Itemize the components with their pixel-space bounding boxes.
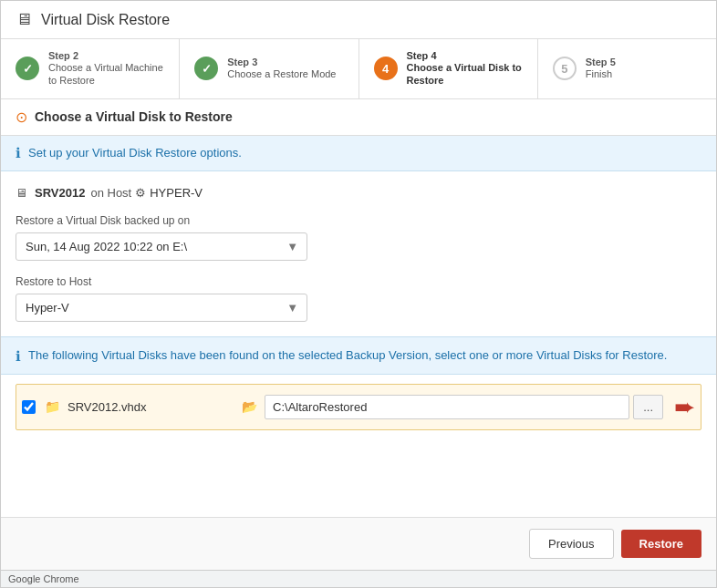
host-select-wrapper[interactable]: Hyper-V ▼ xyxy=(16,294,307,322)
step-4-label: Choose a Virtual Disk to Restore xyxy=(407,61,523,88)
disk-info-text: The following Virtual Disks have been fo… xyxy=(28,346,667,365)
restore-backup-label: Restore a Virtual Disk backed up on xyxy=(16,214,701,227)
disk-file-name: SRV2012.vhdx xyxy=(68,400,242,414)
disk-icon: 🖥 xyxy=(16,10,32,29)
step-5-icon: 5 xyxy=(553,57,577,80)
restore-button[interactable]: Restore xyxy=(621,530,701,558)
step-5-number: Step 5 xyxy=(586,57,616,67)
step-4-number: Step 4 xyxy=(407,50,523,61)
restore-backup-group: Restore a Virtual Disk backed up on Sun,… xyxy=(16,214,701,261)
content-area: 🖥 SRV2012 on Host ⚙ HYPER-V Restore a Vi… xyxy=(1,171,716,517)
steps-bar: Step 2 Choose a Virtual Machine to Resto… xyxy=(1,39,716,99)
step-3-label: Choose a Restore Mode xyxy=(227,67,336,80)
arrow-indicator: ➨ xyxy=(674,392,695,422)
previous-button[interactable]: Previous xyxy=(529,529,614,559)
step-3: Step 3 Choose a Restore Mode xyxy=(180,39,358,98)
step-3-number: Step 3 xyxy=(227,57,336,67)
step-5: 5 Step 5 Finish xyxy=(538,39,716,98)
section-icon: ⊙ xyxy=(16,108,27,126)
disk-row: 📁 SRV2012.vhdx 📂 ... ➨ xyxy=(16,384,701,430)
backup-select-wrapper[interactable]: Sun, 14 Aug 2022 10:22 on E:\ ▼ xyxy=(16,232,307,261)
disk-checkbox[interactable] xyxy=(22,400,36,414)
host-select[interactable]: Hyper-V xyxy=(16,294,307,322)
disk-info-icon: ℹ xyxy=(16,348,21,365)
hyperv-icon: ⚙ xyxy=(135,186,146,200)
vm-host: HYPER-V xyxy=(150,186,203,200)
step-5-label: Finish xyxy=(586,67,616,80)
footer: Previous Restore xyxy=(1,517,716,570)
disk-info-bar: ℹ The following Virtual Disks have been … xyxy=(1,336,716,375)
restore-host-label: Restore to Host xyxy=(16,275,701,288)
vm-icon: 🖥 xyxy=(16,186,27,200)
vm-name: SRV2012 xyxy=(35,186,85,200)
disk-file-icon: 📁 xyxy=(45,399,60,414)
disk-path-input[interactable] xyxy=(265,395,629,419)
step-2-icon xyxy=(16,57,39,80)
step-2: Step 2 Choose a Virtual Machine to Resto… xyxy=(1,39,180,98)
info-bar: ℹ Set up your Virtual Disk Restore optio… xyxy=(1,136,716,171)
title-bar: 🖥 Virtual Disk Restore xyxy=(1,1,716,39)
vm-info: 🖥 SRV2012 on Host ⚙ HYPER-V xyxy=(16,186,701,200)
step-2-number: Step 2 xyxy=(48,50,164,61)
disk-folder-icon: 📂 xyxy=(242,399,257,414)
section-heading: ⊙ Choose a Virtual Disk to Restore xyxy=(1,99,716,136)
backup-select[interactable]: Sun, 14 Aug 2022 10:22 on E:\ xyxy=(16,232,307,261)
restore-host-group: Restore to Host Hyper-V ▼ xyxy=(16,275,701,322)
vm-on-text: on Host xyxy=(90,186,131,200)
step-4: 4 Step 4 Choose a Virtual Disk to Restor… xyxy=(359,39,538,98)
page-title: Virtual Disk Restore xyxy=(41,12,170,28)
info-text: Set up your Virtual Disk Restore options… xyxy=(28,146,242,160)
section-heading-text: Choose a Virtual Disk to Restore xyxy=(35,109,233,124)
chrome-label: Google Chrome xyxy=(8,573,79,584)
info-icon: ℹ xyxy=(16,145,21,161)
step-3-icon xyxy=(194,57,218,80)
chrome-bar: Google Chrome xyxy=(1,570,716,587)
disk-browse-button[interactable]: ... xyxy=(633,395,663,419)
step-4-icon: 4 xyxy=(374,57,398,80)
step-2-label: Choose a Virtual Machine to Restore xyxy=(48,61,164,88)
